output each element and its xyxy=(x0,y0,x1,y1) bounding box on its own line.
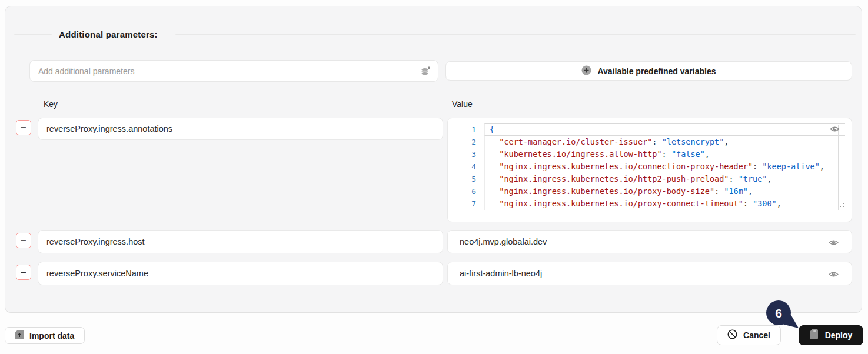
param-key-input[interactable] xyxy=(38,231,443,253)
plus-circle-icon xyxy=(581,65,591,77)
code-line: 3 "kubernetes.io/ingress.allow-http": "f… xyxy=(448,148,852,161)
deploy-label: Deploy xyxy=(825,330,853,340)
line-number: 1 xyxy=(448,123,484,136)
key-column-header: Key xyxy=(44,99,58,109)
param-value-field xyxy=(447,230,852,253)
divider-left xyxy=(14,34,52,35)
editor-right-edge xyxy=(838,125,839,210)
predefined-variables-button[interactable]: Available predefined variables xyxy=(445,61,852,81)
line-number: 5 xyxy=(448,173,484,185)
eye-preview-icon[interactable] xyxy=(830,125,840,135)
code-line: 6 "nginx.ingress.kubernetes.io/proxy-bod… xyxy=(448,185,852,198)
code-line: 5 "nginx.ingress.kubernetes.io/http2-pus… xyxy=(448,173,852,185)
section-title: Additional parameters: xyxy=(59,29,158,39)
param-value-input[interactable] xyxy=(448,262,852,285)
import-data-button[interactable]: Import data xyxy=(5,327,85,344)
param-key-field xyxy=(38,118,443,140)
code-text: "nginx.ingress.kubernetes.io/http2-push-… xyxy=(484,173,845,185)
line-number: 2 xyxy=(448,136,484,148)
remove-row-button[interactable]: − xyxy=(16,233,31,248)
code-text: "kubernetes.io/ingress.allow-http": "fal… xyxy=(484,148,845,161)
code-line: 4 "nginx.ingress.kubernetes.io/connectio… xyxy=(448,161,852,173)
eye-preview-icon[interactable] xyxy=(829,270,839,280)
minus-icon: − xyxy=(21,123,26,133)
param-key-field xyxy=(38,230,443,253)
divider-right xyxy=(175,34,856,35)
param-key-input[interactable] xyxy=(38,262,443,285)
minus-icon: − xyxy=(21,236,26,246)
deploy-icon xyxy=(810,329,818,341)
deploy-configuration-page: Additional parameters: Available predefi… xyxy=(0,0,868,354)
add-parameters-input[interactable] xyxy=(30,61,438,81)
cancel-label: Cancel xyxy=(743,330,770,340)
deploy-button[interactable]: Deploy xyxy=(799,325,863,345)
code-line: 7 "nginx.ingress.kubernetes.io/proxy-con… xyxy=(448,198,852,210)
eye-preview-icon[interactable] xyxy=(829,238,839,249)
line-number: 6 xyxy=(448,185,484,198)
line-number: 3 xyxy=(448,148,484,161)
code-text: "cert-manager.io/cluster-issuer": "letse… xyxy=(484,136,845,148)
line-number: 7 xyxy=(448,198,484,210)
remove-row-button[interactable]: − xyxy=(16,265,31,280)
json-value-editor[interactable]: 1 { 2 "cert-manager.io/cluster-issuer": … xyxy=(447,118,852,222)
remove-row-button[interactable]: − xyxy=(16,120,31,135)
value-column-header: Value xyxy=(452,99,473,109)
import-data-label: Import data xyxy=(29,331,74,340)
ban-icon xyxy=(727,329,737,341)
line-number: 4 xyxy=(448,161,484,173)
code-text: { xyxy=(484,123,845,136)
code-lines: 1 { 2 "cert-manager.io/cluster-issuer": … xyxy=(448,118,852,210)
param-value-input[interactable] xyxy=(448,231,852,253)
layers-plus-icon[interactable] xyxy=(420,66,431,79)
cancel-button[interactable]: Cancel xyxy=(717,325,781,345)
code-line: 2 "cert-manager.io/cluster-issuer": "let… xyxy=(448,136,852,148)
file-upload-icon xyxy=(15,330,24,341)
predefined-variables-label: Available predefined variables xyxy=(597,66,716,76)
param-key-input[interactable] xyxy=(38,118,443,139)
code-text: "nginx.ingress.kubernetes.io/connection-… xyxy=(484,161,845,173)
code-line: 1 { xyxy=(448,123,852,136)
code-text: "nginx.ingress.kubernetes.io/proxy-body-… xyxy=(484,185,845,198)
param-key-field xyxy=(38,262,443,285)
minus-icon: − xyxy=(21,268,26,278)
add-parameters-box xyxy=(29,60,438,82)
param-value-field xyxy=(447,262,852,285)
code-text: "nginx.ingress.kubernetes.io/proxy-conne… xyxy=(484,198,845,210)
